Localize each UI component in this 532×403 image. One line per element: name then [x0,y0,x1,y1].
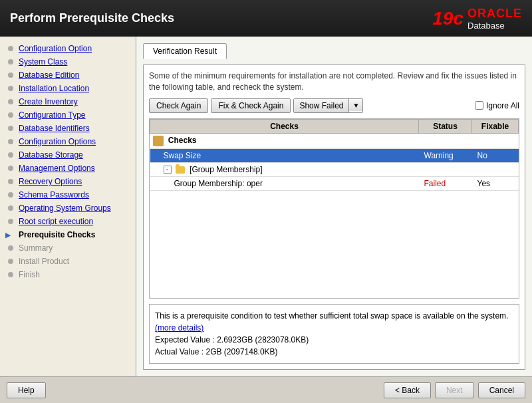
swap-size-label: Swap Size [164,151,201,160]
show-failed-label: Show Failed [294,99,349,112]
checks-status-cell [419,133,472,148]
col-checks: Checks [150,119,419,133]
sidebar-item-root-script-execution[interactable]: Root script execution [0,215,136,228]
sidebar-dot-icon [8,192,13,198]
swap-size-cell: Swap Size [150,148,419,162]
next-button[interactable]: Next [435,382,474,398]
sidebar-item-prerequisite-checks[interactable]: ▶Prerequisite Checks [0,228,136,241]
sidebar-item-install-product: Install Product [0,255,136,268]
group-membership-status [419,162,472,176]
ignore-all-container: Ignore All [475,101,519,110]
sidebar-item-configuration-type[interactable]: Configuration Type [0,108,136,122]
group-membership-label: [Group Membership] [190,165,262,174]
sidebar-item-management-options[interactable]: Management Options [0,162,136,175]
sidebar-dot-icon [8,59,13,65]
sidebar-dot-icon [8,99,13,104]
checks-fixable-cell [472,133,519,148]
ignore-all-checkbox[interactable] [475,101,483,110]
sidebar-dot-icon [8,166,13,171]
sidebar-item-database-edition[interactable]: Database Edition [0,68,136,82]
sidebar-dot-icon [8,152,13,158]
intro-text: Some of the minimum requirements for ins… [149,70,519,93]
check-again-button[interactable]: Check Again [149,98,208,113]
sidebar-item-database-storage[interactable]: Database Storage [0,148,136,162]
sidebar-item-installation-location[interactable]: Installation Location [0,82,136,95]
sidebar-item-configuration-options[interactable]: Configuration Options [0,135,136,148]
swap-fixable: No [472,148,519,162]
oracle-logo: 19c ORACLE Database [432,7,522,31]
checks-table-element: Checks Status Fixable Checks [150,119,519,191]
folder-icon [176,166,185,174]
oracle-brand-label: ORACLE [467,7,522,21]
sidebar-item-schema-passwords[interactable]: Schema Passwords [0,188,136,202]
table-row[interactable]: - [Group Membership] [150,162,519,176]
tab-verification-result[interactable]: Verification Result [143,43,227,59]
header: Perform Prerequisite Checks 19c ORACLE D… [0,0,532,37]
sidebar: Configuration OptionSystem ClassDatabase… [0,37,136,376]
table-row[interactable]: Swap Size Warning No [150,148,519,162]
actual-value: : 2GB (2097148.0KB) [201,347,278,356]
sidebar-dot-icon [8,112,13,118]
oper-fixable: Yes [472,176,519,190]
checks-icon [153,136,164,146]
sidebar-item-create-inventory[interactable]: Create Inventory [0,95,136,108]
sidebar-item-finish: Finish [0,268,136,281]
page-title: Perform Prerequisite Checks [10,11,174,25]
sidebar-item-database-identifiers[interactable]: Database Identifiers [0,122,136,135]
checks-group-header: Checks [150,133,419,148]
sidebar-dot-icon [8,245,13,251]
sidebar-dot-icon [8,205,13,211]
sidebar-item-operating-system-groups[interactable]: Operating System Groups [0,202,136,215]
sidebar-dot-icon [8,259,13,264]
group-membership-fixable [472,162,519,176]
group-membership-cell: - [Group Membership] [150,162,419,176]
toolbar: Check Again Fix & Check Again Show Faile… [149,98,519,113]
sidebar-dot-icon [8,179,13,184]
ignore-all-label: Ignore All [486,101,519,110]
tab-bar: Verification Result [143,43,525,59]
oper-status: Failed [419,176,472,190]
expected-value: : 2.6923GB (2823078.0KB) [213,335,309,344]
sidebar-item-configuration-option[interactable]: Configuration Option [0,42,136,55]
group-membership-oper-label: Group Membership: oper [174,179,263,188]
cancel-button[interactable]: Cancel [478,382,525,398]
description-box: This is a prerequisite condition to test… [149,304,519,364]
fix-check-again-button[interactable]: Fix & Check Again [211,98,291,113]
table-row[interactable]: Checks [150,133,519,148]
sidebar-dot-icon [8,86,13,91]
help-button[interactable]: Help [7,382,46,398]
sidebar-arrow-icon: ▶ [5,231,11,239]
checks-table: Checks Status Fixable Checks [149,118,519,299]
main-panel: Some of the minimum requirements for ins… [143,65,525,370]
description-text: This is a prerequisite condition to test… [155,311,508,321]
sidebar-dot-icon [8,72,13,78]
table-row[interactable]: Group Membership: oper Failed Yes [150,176,519,190]
sidebar-dot-icon [8,139,13,144]
sidebar-item-recovery-options[interactable]: Recovery Options [0,175,136,188]
sidebar-item-system-class[interactable]: System Class [0,55,136,68]
expected-label: Expected Value [155,335,210,344]
col-fixable: Fixable [472,119,519,133]
actual-label: Actual Value [155,347,200,356]
back-button[interactable]: < Back [384,382,431,398]
sidebar-dot-icon [8,126,13,131]
oracle-19c-label: 19c [432,8,464,29]
content-area: Verification Result Some of the minimum … [136,37,532,376]
sidebar-dot-icon [8,272,13,277]
swap-status-value: Warning [424,151,454,160]
dropdown-arrow-icon[interactable]: ▼ [349,100,362,111]
expand-button[interactable]: - [164,166,172,174]
sidebar-dot-icon [8,219,13,224]
footer-nav-buttons: < Back Next Cancel [384,382,525,398]
col-status: Status [419,119,472,133]
sidebar-item-summary: Summary [0,241,136,255]
oracle-database-label: Database [467,21,505,31]
table-header-row: Checks Status Fixable [150,119,519,133]
oracle-text: ORACLE Database [467,7,522,31]
checks-group-label: Checks [168,136,197,145]
show-failed-dropdown[interactable]: Show Failed ▼ [293,98,363,113]
footer: Help < Back Next Cancel [0,376,532,403]
swap-status: Warning [419,148,472,162]
more-details-link[interactable]: (more details) [155,323,203,333]
main-container: Configuration OptionSystem ClassDatabase… [0,37,532,376]
